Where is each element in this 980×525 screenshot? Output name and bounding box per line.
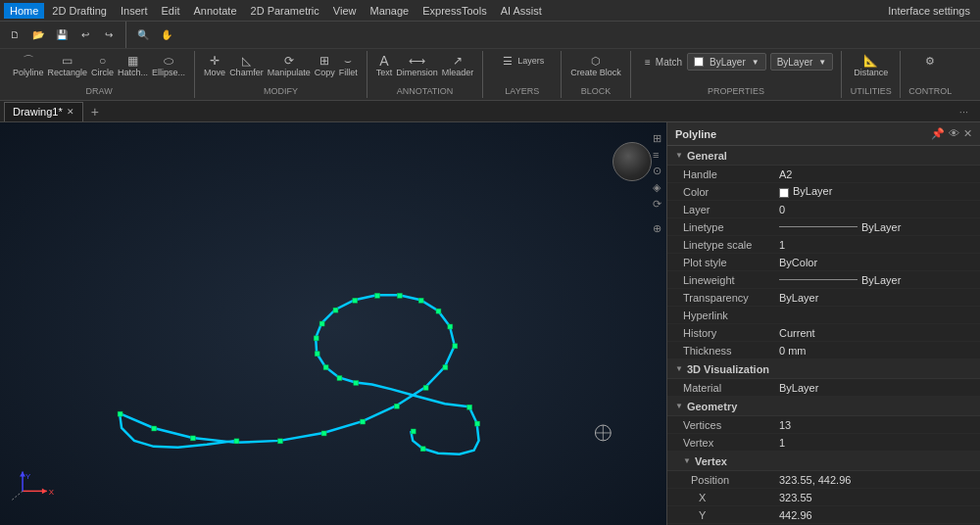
crosshair-indicator (595, 425, 611, 441)
panel-close-icon[interactable]: ✕ (963, 127, 972, 140)
svg-rect-23 (354, 380, 359, 385)
section-3d-viz[interactable]: ▼ 3D Visualization (667, 359, 980, 379)
match-btn[interactable]: ≡ Match (639, 54, 683, 70)
rectangle-icon: ▭ (60, 54, 75, 68)
prop-linetype-scale: Linetype scale 1 (667, 236, 980, 254)
tab-drawing1[interactable]: Drawing1* ✕ (4, 102, 83, 121)
panel-pin-icon[interactable]: 📌 (931, 127, 945, 140)
prop-handle-name: Handle (667, 167, 775, 181)
menu-view[interactable]: View (327, 3, 363, 19)
prop-position-value: 323.55, 442.96 (775, 473, 980, 487)
move-btn[interactable]: ✛ Move (203, 53, 226, 78)
bylayer-dropdown[interactable]: ByLayer ▼ (687, 53, 766, 71)
bylayer-line-dropdown[interactable]: ByLayer ▼ (770, 53, 834, 71)
prop-vertex: Vertex 1 (667, 434, 980, 452)
layers-btn[interactable]: ☰ Layers (499, 53, 545, 69)
menu-insert[interactable]: Insert (115, 3, 154, 19)
rectangle-btn[interactable]: ▭ Rectangle (47, 53, 89, 78)
prop-linetype-scale-value: 1 (775, 238, 980, 252)
prop-layer-name: Layer (667, 203, 775, 216)
canvas-tool-2[interactable]: ≡ (653, 149, 662, 161)
text-btn[interactable]: A Text (375, 53, 394, 78)
tab-overflow-btn[interactable]: ··· (952, 106, 976, 118)
menu-manage[interactable]: Manage (364, 3, 415, 19)
prop-vertex-name: Vertex (667, 436, 775, 450)
prop-color-name: Color (667, 185, 775, 199)
section-geometry[interactable]: ▼ Geometry (667, 397, 980, 416)
mleader-btn[interactable]: ↗ Mleader (441, 53, 475, 78)
menu-home[interactable]: Home (4, 3, 44, 19)
svg-rect-1 (152, 426, 157, 431)
menu-bar: Home 2D Drafting Insert Edit Annotate 2D… (0, 0, 980, 22)
interface-settings[interactable]: Interface settings (882, 3, 976, 19)
draw-label: DRAW (12, 86, 186, 96)
menu-2d-parametric[interactable]: 2D Parametric (245, 3, 325, 19)
block-icons: ⬡ Create Block (569, 53, 622, 78)
chamfer-btn[interactable]: ◺ Chamfer (228, 53, 265, 78)
canvas-tool-5[interactable]: ⟳ (653, 198, 662, 211)
pan-btn[interactable]: ✋ (156, 24, 177, 46)
prop-vertices-value: 13 (775, 418, 980, 432)
control-btn1[interactable]: ⚙ (921, 53, 939, 69)
open-btn[interactable]: 📂 (27, 24, 49, 46)
block-label: BLOCK (569, 86, 622, 96)
hatch-btn[interactable]: ▦ Hatch... (117, 53, 149, 78)
prop-history-name: History (667, 326, 775, 340)
zoom-btn[interactable]: 🔍 (132, 24, 154, 46)
prop-plot-style-value: ByColor (775, 256, 980, 269)
canvas-area[interactable]: X Y ↖ ⊞ ≡ ⊙ ◈ ⟳ ⊕ (0, 122, 666, 525)
panel-header: Polyline 📌 👁 ✕ (667, 122, 980, 146)
create-block-btn[interactable]: ⬡ Create Block (569, 53, 622, 78)
canvas-tool-4[interactable]: ◈ (653, 181, 662, 194)
section-vertex[interactable]: ▼ Vertex (667, 452, 980, 471)
toolbar-row-main: ⌒ Polyline ▭ Rectangle ○ Circle ▦ Hatch.… (0, 49, 980, 100)
properties-panel: ▼ General Handle A2 Color ByLayer Layer … (667, 146, 980, 525)
canvas-tool-1[interactable]: ⊞ (653, 132, 662, 145)
layers-icon: ☰ (500, 54, 515, 68)
tab-drawing1-close[interactable]: ✕ (67, 107, 74, 117)
svg-rect-26 (411, 429, 416, 434)
canvas-right-tools: ⊞ ≡ ⊙ ◈ ⟳ ⊕ (653, 132, 662, 235)
section-general[interactable]: ▼ General (667, 146, 980, 166)
menu-2d-drafting[interactable]: 2D Drafting (46, 3, 113, 19)
prop-history-value: Current (775, 326, 980, 340)
utilities-label: UTILITIES (850, 86, 892, 96)
distance-btn[interactable]: 📐 Distance (853, 53, 889, 78)
ellipse-btn[interactable]: ⬭ Ellipse... (151, 53, 186, 78)
new-btn[interactable]: 🗋 (4, 24, 25, 46)
save-btn[interactable]: 💾 (51, 24, 73, 46)
menu-ai-assist[interactable]: AI Assist (495, 3, 548, 19)
canvas-tool-3[interactable]: ⊙ (653, 165, 662, 177)
redo-btn[interactable]: ↪ (98, 24, 120, 46)
svg-rect-0 (118, 411, 122, 416)
svg-rect-5 (321, 431, 326, 436)
circle-btn[interactable]: ○ Circle (90, 53, 115, 78)
panel-eye-icon[interactable]: 👁 (949, 127, 959, 140)
prop-x: X 323.55 (667, 489, 980, 506)
match-icon: ≡ (640, 55, 656, 69)
annotation-section: A Text ⟷ Dimension ↗ Mleader ANNOTATION (368, 51, 484, 98)
distance-icon: 📐 (863, 54, 879, 68)
layers-label: LAYERS (491, 86, 553, 96)
menu-edit[interactable]: Edit (156, 3, 186, 19)
right-panel: Polyline 📌 👁 ✕ ▼ General Handle A2 Color… (666, 122, 980, 525)
manipulate-btn[interactable]: ⟳ Manipulate (267, 53, 312, 78)
dimension-btn[interactable]: ⟷ Dimension (395, 53, 439, 78)
prop-lineweight-value: ByLayer (775, 273, 980, 287)
undo-btn[interactable]: ↩ (74, 24, 96, 46)
block-icon: ⬡ (588, 54, 604, 68)
move-icon: ✛ (207, 54, 222, 68)
view-controls: 🔍 ✋ (132, 22, 183, 48)
copy-btn[interactable]: ⊞ Copy (314, 53, 336, 78)
canvas-background: X Y ↖ ⊞ ≡ ⊙ ◈ ⟳ ⊕ (0, 122, 666, 525)
prop-material-value: ByLayer (775, 381, 980, 395)
menu-expresstools[interactable]: ExpressTools (416, 3, 492, 19)
menu-annotate[interactable]: Annotate (187, 3, 242, 19)
tab-add-btn[interactable]: + (85, 102, 105, 121)
svg-rect-27 (420, 447, 425, 452)
polyline-btn[interactable]: ⌒ Polyline (12, 53, 45, 78)
prop-position-name: Position (667, 473, 775, 487)
svg-text:X: X (49, 488, 55, 497)
canvas-tool-6[interactable]: ⊕ (653, 222, 662, 235)
fillet-btn[interactable]: ⌣ Fillet (338, 53, 359, 78)
